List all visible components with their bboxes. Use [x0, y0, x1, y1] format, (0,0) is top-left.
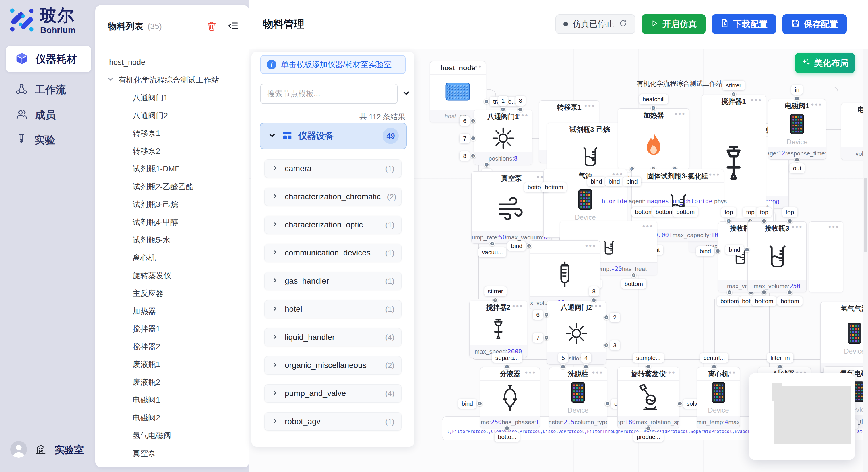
port-handle[interactable]: › [484, 162, 489, 167]
sidebar-item-instruments[interactable]: 仪器耗材 [6, 46, 91, 72]
collapse-list-icon[interactable] [227, 20, 239, 33]
trash-icon[interactable] [206, 20, 217, 32]
node-menu-icon[interactable]: ●●● [584, 103, 596, 109]
tree-item[interactable]: 废液瓶2 [95, 373, 249, 391]
port-handle[interactable]: › [794, 157, 800, 162]
canvas-node-加热器[interactable]: 加热器 ●●● heatchill ‹top ›top ›top › [618, 108, 689, 169]
node-menu-icon[interactable]: ●●● [612, 171, 623, 177]
sidebar-item-members[interactable]: 成员 [6, 105, 91, 125]
chevron-down-icon[interactable] [107, 75, 114, 85]
category-row-robot_agv[interactable]: robot_agv (1) [265, 412, 402, 431]
category-row-characterization_optic[interactable]: characterization_optic (1) [265, 216, 402, 234]
port-handle[interactable]: ‹ [583, 364, 589, 369]
node-menu-icon[interactable]: ●●● [709, 172, 720, 177]
port-handle[interactable]: › [727, 290, 732, 295]
sidebar-item-workflow[interactable]: 工作流 [6, 80, 91, 100]
scrollbar-thumb[interactable] [864, 178, 867, 252]
tree-item[interactable]: 试剂瓶4-甲醇 [95, 213, 249, 231]
tree-item[interactable]: 废液瓶1 [95, 356, 249, 373]
port-handle[interactable]: ‹ [470, 136, 476, 141]
tree-item[interactable]: 旋转蒸发仪 [95, 267, 249, 284]
tree-item[interactable]: 试剂瓶3-己烷 [95, 196, 249, 213]
category-row-organic_miscellaneous[interactable]: organic_miscellaneous (2) [265, 356, 402, 374]
canvas-node-八通阀门2[interactable]: 八通阀门2 ●●●positions: 88 ‹6 ‹7 ‹2 ›3 › [547, 301, 606, 365]
port-handle[interactable]: ‹ [526, 243, 532, 248]
refresh-icon[interactable] [619, 19, 627, 30]
tree-item[interactable]: 试剂瓶1-DMF [95, 160, 249, 178]
canvas-node-分液器[interactable]: 分液器 ●●● volume: 250 has_phases: truesepa… [480, 367, 540, 429]
tree-item[interactable]: 搅拌器1 [95, 320, 249, 338]
beautify-layout-button[interactable]: 美化布局 [795, 53, 855, 73]
download-config-button[interactable]: 下载配置 [712, 14, 776, 34]
port-handle[interactable]: ‹ [651, 105, 656, 111]
lab-label[interactable]: 实验室 [55, 443, 84, 457]
category-row-liquid_handler[interactable]: liquid_handler (4) [265, 328, 402, 346]
canvas-node[interactable]: ●●● [809, 222, 843, 293]
port-handle[interactable]: ‹ [726, 218, 732, 224]
node-menu-icon[interactable]: ●●● [664, 370, 676, 375]
tree-item-host-node[interactable]: host_node [95, 53, 249, 71]
node-menu-icon[interactable]: ●●● [517, 112, 529, 118]
node-menu-icon[interactable]: ●●● [811, 102, 823, 107]
port-handle[interactable]: › [603, 314, 609, 320]
canvas-node-八通阀门1[interactable]: 八通阀门1 ●●●positions: 81 ‹8 ‹5 ›6 ‹7 ‹8 ‹ [474, 110, 532, 165]
canvas-node-接收瓶3[interactable]: 接收瓶3 ●●● max_volume: 250top ‹top ‹bottom… [747, 222, 807, 293]
avatar[interactable] [10, 441, 27, 459]
node-menu-icon[interactable]: ●●● [828, 224, 840, 230]
node-menu-icon[interactable]: ●●● [525, 370, 536, 375]
tree-item[interactable]: 转移泵2 [95, 142, 249, 160]
port-handle[interactable]: › [646, 426, 651, 431]
node-menu-icon[interactable]: ●●● [592, 370, 603, 375]
port-handle[interactable]: › [504, 426, 510, 431]
port-handle[interactable]: ‹ [504, 364, 510, 369]
category-row-communication_devices[interactable]: communication_devices (1) [265, 244, 402, 262]
port-handle[interactable]: ‹ [787, 218, 793, 224]
tree-item[interactable]: 八通阀门2 [95, 107, 249, 125]
save-config-button[interactable]: 保存配置 [782, 14, 847, 34]
category-row-pump_and_valve[interactable]: pump_and_valve (4) [265, 384, 402, 403]
category-row-hotel[interactable]: hotel (1) [265, 300, 402, 318]
chevron-down-icon[interactable] [402, 89, 410, 99]
tree-item[interactable]: 离心机 [95, 249, 249, 267]
port-handle[interactable]: ‹ [777, 364, 783, 369]
port-handle[interactable]: › [787, 290, 793, 295]
canvas-node-氢气气源[interactable]: 氢气气源 ●●●Device_type: hydrogen max_pregas… [820, 302, 868, 376]
canvas-node-搅拌器2[interactable]: 搅拌器2 ●●● max_speed: 2000stirrer ‹ [469, 301, 527, 358]
port-handle[interactable]: ‹ [544, 312, 549, 317]
search-input[interactable] [260, 84, 398, 104]
category-row-gas_handler[interactable]: gas_handler (1) [265, 272, 402, 290]
port-handle[interactable]: ‹ [560, 364, 566, 369]
canvas-node-离心机[interactable]: 离心机 ●●●Devicep: 40 min_temp: 4 max_spece… [697, 367, 740, 429]
node-menu-icon[interactable]: ●●● [642, 224, 654, 229]
port-handle[interactable]: ‹ [731, 92, 736, 97]
port-handle[interactable]: ‹ [794, 96, 800, 101]
port-handle[interactable]: ‹ [646, 364, 651, 369]
port-handle[interactable]: ‹ [493, 297, 498, 303]
port-handle[interactable]: ‹ [500, 107, 506, 112]
tree-item[interactable]: 真空泵 [95, 444, 249, 462]
tree-item[interactable]: 搅拌器2 [95, 338, 249, 356]
port-handle[interactable]: ‹ [470, 153, 476, 159]
node-menu-icon[interactable]: ●●● [725, 370, 736, 375]
node-menu-icon[interactable]: ●●● [591, 303, 602, 309]
node-menu-icon[interactable]: ●●● [512, 303, 524, 309]
sidebar-item-experiments[interactable]: 实验 [6, 130, 91, 150]
tree-item[interactable]: 电磁阀2 [95, 409, 249, 427]
node-menu-icon[interactable]: ●●● [674, 111, 686, 117]
preview-panel[interactable] [749, 373, 856, 460]
tree-item[interactable]: 电磁阀1 [95, 391, 249, 409]
tree-item[interactable]: 试剂瓶2-乙酸乙酯 [95, 178, 249, 196]
node-menu-icon[interactable]: ●●● [585, 243, 596, 248]
tree-item[interactable]: 加热器 [95, 302, 249, 320]
category-row-camera[interactable]: camera (1) [265, 160, 402, 178]
port-handle[interactable]: › [631, 272, 637, 278]
start-simulation-button[interactable]: 开启仿真 [642, 14, 706, 34]
tree-item[interactable]: 转移泵1 [95, 125, 249, 142]
tree-item[interactable]: 试剂瓶5-水 [95, 231, 249, 249]
category-row-characterization_chromatic[interactable]: characterization_chromatic (2) [265, 188, 402, 206]
category-group-instruments[interactable]: 仪器设备 49 [260, 123, 407, 149]
tree-item[interactable]: 氢气电磁阀 [95, 427, 249, 444]
canvas-scrollbar[interactable] [863, 49, 868, 472]
port-handle[interactable]: ‹ [470, 118, 476, 124]
canvas-node-旋转蒸发仪[interactable]: 旋转蒸发仪 ●●● temp: 180 max_rotation_speesam… [617, 367, 679, 429]
